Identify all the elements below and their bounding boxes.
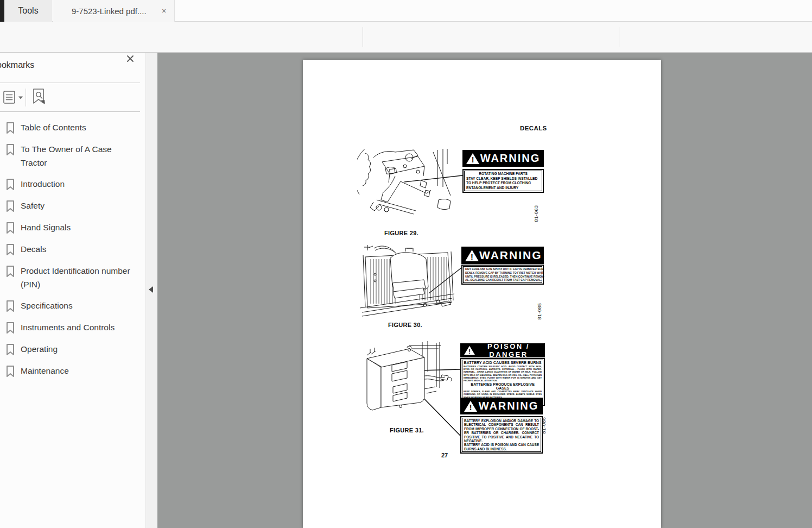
bookmark-label: Specifications [21, 299, 73, 312]
bookmark-item-hand-signals[interactable]: Hand Signals [0, 217, 140, 238]
decal-paragraph: BATTERY ACID IS POISON AND CAN CAUSE BUR… [464, 443, 539, 451]
poison-heading: BATTERY ACID CAUSES SEVERE BURNS [464, 360, 542, 365]
warning-decal-battery: ! WARNING BATTERY EXPLOSION AND/OR DAMAG… [460, 398, 543, 454]
figure-31-drawing [357, 341, 455, 425]
decal-line: STAY CLEAR, KEEP SHIELDS INSTALLED [466, 177, 540, 181]
bookmark-label: To The Owner of A Case Tractor [21, 142, 135, 169]
decal-ref-number: 81-085 [537, 303, 542, 319]
poison-banner-text: POISON / DANGER [475, 342, 542, 359]
toolbar-separator [619, 27, 619, 47]
bookmark-item-safety[interactable]: Safety [0, 195, 140, 217]
bookmark-label: Decals [21, 242, 46, 256]
bookmark-label: Instruments and Controls [21, 320, 115, 334]
bookmarks-panel: ookmarks Table of Contents To The Owner … [0, 53, 145, 528]
bookmark-label: Product Identification number (PIN) [21, 264, 135, 291]
figure-29-caption: FIGURE 29. [384, 230, 418, 236]
bookmark-item-introduction[interactable]: Introduction [0, 173, 140, 195]
decal-line: UNTIL PRESSURE IS RELEASED, THEN CONTINU… [465, 275, 540, 279]
warning-triangle-icon: ! [465, 249, 479, 262]
window-edge [0, 0, 4, 22]
svg-text:!: ! [471, 252, 473, 261]
poison-body: BATTERIES CONTAIN SULFURIC ACID. AVOID C… [464, 365, 542, 382]
bookmark-item-specifications[interactable]: Specifications [0, 295, 140, 317]
bookmarks-list: Table of Contents To The Owner of A Case… [0, 117, 140, 382]
expand-current-bookmark-icon[interactable] [30, 87, 49, 109]
toolbar-separator [363, 27, 363, 47]
close-tab-icon[interactable]: × [159, 6, 169, 16]
bookmark-label: Introduction [21, 177, 65, 191]
bookmark-item-product-identification[interactable]: Product Identification number (PIN) [0, 260, 140, 295]
acrobat-window: Tools 9-7523-Linked pdf.... × / 188 [0, 0, 812, 528]
tab-document[interactable]: 9-7523-Linked pdf.... × [53, 0, 175, 22]
figure-31-caption: FIGURE 31. [390, 427, 424, 433]
tab-tools[interactable]: Tools [4, 0, 52, 22]
pdf-page: DECALS [303, 60, 661, 528]
tab-document-label: 9-7523-Linked pdf.... [72, 7, 159, 16]
warning-triangle-icon: ! [466, 152, 480, 165]
figure-29-drawing [357, 148, 455, 227]
warning-banner-text: WARNING [479, 249, 542, 262]
decal-paragraph: BATTERY EXPLOSION AND/OR DAMAGE TO ELECT… [464, 419, 539, 443]
warning-triangle-icon: ! [464, 400, 478, 413]
warning-banner-text: WARNING [480, 152, 541, 165]
page-number: 27 [441, 452, 448, 458]
decal-line: AL. SCALDING CAN RESULT FROM FAST CAP RE… [465, 278, 540, 282]
panel-divider [0, 111, 140, 112]
figure-30-drawing [359, 242, 455, 322]
decal-ref-number: 81-063 [534, 205, 539, 222]
decal-ref-number: 81-086 [541, 417, 547, 433]
bookmark-options-icon[interactable] [2, 89, 24, 108]
decal-line: HOT COOLANT CAN SPRAY OUT IF CAP IS REMO… [465, 267, 540, 271]
bookmark-label: Operating [21, 342, 58, 356]
bookmarks-toolbar [0, 83, 140, 111]
bookmark-item-operating[interactable]: Operating [0, 338, 140, 360]
bookmark-item-to-the-owner[interactable]: To The Owner of A Case Tractor [0, 139, 140, 173]
decal-line: ENTANGLEMENT AND INJURY [466, 186, 540, 191]
bookmark-item-table-of-contents[interactable]: Table of Contents [0, 117, 140, 139]
tab-tools-label: Tools [18, 6, 38, 16]
decal-line: DENLY. REMOVE CAP BY TURNING TO FIRST NO… [465, 271, 540, 275]
poison-heading: BATTERIES PRODUCE EXPLOSIVE GASES [464, 382, 542, 390]
figure-30-caption: FIGURE 30. [388, 322, 422, 328]
svg-text:!: ! [470, 403, 472, 412]
warning-banner-text: WARNING [478, 400, 540, 412]
main-toolbar: / 188 57.9% [0, 22, 812, 53]
poison-danger-decal: ! POISON / DANGER BATTERY ACID CAUSES SE… [460, 343, 545, 406]
tab-bar: Tools 9-7523-Linked pdf.... × [0, 0, 812, 22]
decal-line: TO HELP PROTECT FROM CLOTHING [466, 181, 540, 186]
decal-line: ROTATING MACHINE PARTS [466, 172, 540, 177]
svg-text:!: ! [468, 348, 471, 355]
bookmark-item-maintenance[interactable]: Maintenance [0, 360, 140, 382]
bookmark-item-decals[interactable]: Decals [0, 238, 140, 260]
close-panel-icon[interactable] [125, 53, 136, 64]
bookmark-item-instruments-and-controls[interactable]: Instruments and Controls [0, 317, 140, 338]
panel-toolbar-separator [26, 89, 26, 106]
panel-collapse-strip[interactable] [145, 53, 157, 528]
page-section-header: DECALS [520, 125, 547, 131]
svg-text:!: ! [472, 155, 474, 164]
warning-triangle-icon: ! [464, 345, 475, 356]
bookmark-label: Table of Contents [21, 121, 86, 134]
warning-decal-rotating: ! WARNING ROTATING MACHINE PARTS STAY CL… [462, 150, 544, 193]
collapse-panel-icon[interactable] [149, 286, 153, 293]
warning-decal-coolant: ! WARNING HOT COOLANT CAN SPRAY OUT IF C… [461, 247, 544, 285]
bookmark-label: Safety [21, 199, 45, 212]
bookmark-label: Hand Signals [21, 221, 71, 234]
bookmark-label: Maintenance [21, 364, 69, 378]
bookmarks-panel-title: ookmarks [0, 60, 34, 70]
document-viewer[interactable]: DECALS [157, 53, 812, 528]
leader-lines [303, 60, 661, 528]
